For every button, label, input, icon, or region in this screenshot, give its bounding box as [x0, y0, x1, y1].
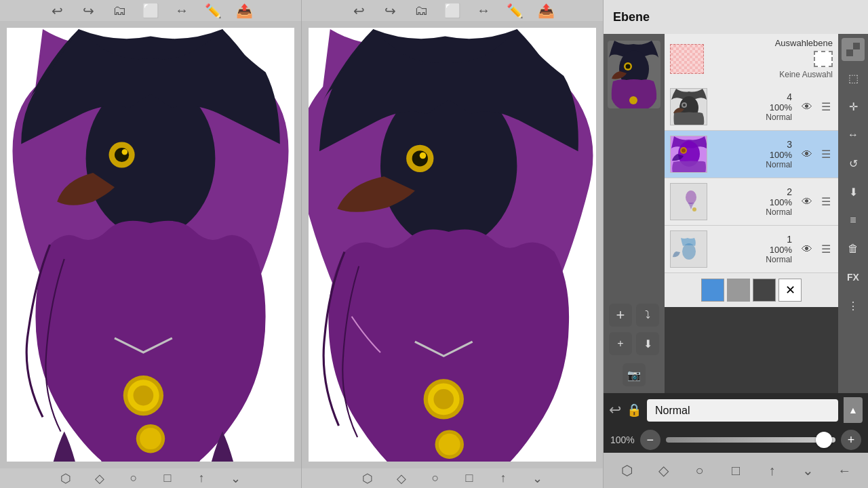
redo-button[interactable]: ↪ — [79, 1, 98, 20]
more-icon[interactable]: ⋮ — [842, 294, 865, 317]
layer-1-menu[interactable]: ☰ — [819, 243, 833, 256]
layer-3-image — [671, 136, 707, 173]
paint-icon[interactable]: ◇ — [90, 469, 109, 488]
checkerboard-icon[interactable] — [842, 38, 865, 61]
circle-mid-icon[interactable]: ○ — [426, 469, 445, 488]
down-arrow-icon[interactable]: ⬇ — [842, 180, 865, 203]
flip-icon[interactable]: ↔ — [842, 123, 865, 146]
opacity-minus-button[interactable]: − — [640, 430, 660, 450]
undo-mid-button[interactable]: ↩ — [349, 1, 368, 20]
layer-1-opacity: 100% — [770, 245, 792, 255]
auswahlebene-label: Auswahlebene — [709, 38, 833, 48]
left-toolbar: ↩ ↪ 🗂 ⬜ ↔ ✏️ 📤 — [0, 0, 301, 21]
paint-mid-icon[interactable]: ◇ — [392, 469, 411, 488]
back-arrow-icon[interactable]: ↩ — [609, 401, 621, 419]
lock-icon[interactable]: 🔒 — [627, 403, 642, 418]
keine-auswahl-label: Keine Auswahl — [709, 70, 833, 79]
svg-point-14 — [420, 152, 427, 159]
swatch-blue[interactable] — [701, 279, 724, 302]
lasso-mid-icon[interactable]: ⬡ — [358, 469, 377, 488]
middle-toolbar: ↩ ↪ 🗂 ⬜ ↔ ✏️ 📤 — [302, 0, 603, 21]
redo-mid-button[interactable]: ↪ — [380, 1, 399, 20]
brush-button[interactable]: ✏️ — [203, 1, 222, 20]
trash-icon[interactable]: 🗑 — [842, 237, 865, 260]
transform-icon[interactable]: ⬚ — [842, 66, 865, 89]
layer-3-mode: Normal — [766, 160, 792, 169]
middle-canvas[interactable] — [309, 28, 596, 462]
undo-button[interactable]: ↩ — [47, 1, 66, 20]
layer-4-menu[interactable]: ☰ — [819, 100, 833, 113]
circle-bottom-icon[interactable]: ○ — [688, 459, 711, 482]
camera-button[interactable]: 📷 — [623, 363, 646, 386]
layer-3-info: 3 100% Normal — [711, 139, 795, 169]
left-canvas[interactable] — [7, 28, 294, 462]
rect-icon[interactable]: □ — [158, 469, 177, 488]
layer-2-opacity: 100% — [770, 197, 792, 207]
layer-1[interactable]: 1 100% Normal 👁 ☰ — [665, 226, 838, 273]
menu-mid-icon[interactable]: ⌄ — [528, 469, 547, 488]
layer-3-menu[interactable]: ☰ — [819, 148, 833, 161]
layer-2-number: 2 — [787, 186, 792, 197]
opacity-plus-button[interactable]: + — [841, 430, 861, 450]
swatch-dark[interactable] — [753, 279, 776, 302]
opacity-slider[interactable] — [666, 437, 835, 443]
transform-button[interactable]: ↔ — [172, 1, 191, 20]
layer-2-menu[interactable]: ☰ — [819, 195, 833, 208]
svg-point-19 — [439, 434, 460, 455]
swatch-clear[interactable] — [778, 279, 802, 302]
rect-mid-icon[interactable]: □ — [460, 469, 479, 488]
layer-2-info: 2 100% Normal — [711, 186, 795, 217]
lasso-icon[interactable]: ⬡ — [56, 469, 75, 488]
svg-point-32 — [682, 148, 686, 152]
crop-button[interactable]: ⬜ — [141, 1, 160, 20]
paint-bottom-icon[interactable]: ◇ — [652, 459, 675, 482]
lines-icon[interactable]: ≡ — [842, 209, 865, 232]
layer-3-visibility[interactable]: 👁 — [799, 146, 815, 163]
brush-mid-button[interactable]: ✏️ — [505, 1, 524, 20]
add-layer-button[interactable]: + — [609, 304, 632, 327]
circle-icon[interactable]: ○ — [124, 469, 143, 488]
svg-point-35 — [692, 207, 696, 211]
add-mask-button[interactable]: + — [609, 332, 632, 355]
layers-button[interactable]: 🗂 — [110, 1, 129, 20]
merge-layers-button[interactable]: ⤵ — [636, 304, 659, 327]
layers-right-icons: ⬚ ✛ ↔ ↺ ⬇ ≡ 🗑 FX ⋮ — [838, 34, 868, 393]
middle-panel: ↩ ↪ 🗂 ⬜ ↔ ✏️ 📤 — [302, 0, 604, 488]
layer-4-visibility[interactable]: 👁 — [799, 99, 815, 115]
square-bottom-icon[interactable]: □ — [724, 459, 747, 482]
layer-2-visibility[interactable]: 👁 — [799, 194, 815, 210]
svg-point-23 — [626, 64, 631, 69]
layer-1-visibility[interactable]: 👁 — [799, 241, 815, 258]
fx-label[interactable]: FX — [842, 266, 865, 289]
transform-mid-button[interactable]: ↔ — [474, 1, 493, 20]
swatch-gray[interactable] — [727, 279, 750, 302]
rotate-icon[interactable]: ↺ — [842, 152, 865, 175]
layer-4-number: 4 — [787, 92, 792, 102]
menu-icon[interactable]: ⌄ — [226, 469, 245, 488]
export-button[interactable]: 📤 — [235, 1, 254, 20]
blend-dropdown-arrow[interactable]: ▲ — [844, 397, 863, 423]
lasso-bottom-icon[interactable]: ⬡ — [616, 459, 639, 482]
layers-mid-button[interactable]: 🗂 — [412, 1, 431, 20]
layer-2[interactable]: 2 100% Normal 👁 ☰ — [665, 178, 838, 226]
export-mid-button[interactable]: 📤 — [536, 1, 555, 20]
middle-canvas-area — [302, 21, 603, 468]
layers-title: Ebene — [613, 10, 650, 24]
layer-4[interactable]: 4 100% Normal 👁 ☰ — [665, 83, 838, 131]
layer-3[interactable]: 3 100% Normal 👁 ☰ — [665, 131, 838, 178]
opacity-slider-handle[interactable] — [816, 432, 832, 448]
adjust-button[interactable]: ⬇ — [636, 332, 659, 355]
crop-mid-button[interactable]: ⬜ — [443, 1, 462, 20]
svg-point-4 — [122, 149, 127, 155]
layers-bottom-toolbar: ⬡ ◇ ○ □ ↑ ⌄ ← — [604, 453, 868, 488]
layers-panel: Ebene + ⤵ — [604, 0, 868, 488]
arrow-mid-icon[interactable]: ↑ — [494, 469, 513, 488]
arrow-up-bottom-icon[interactable]: ↑ — [760, 459, 783, 482]
back-bottom-icon[interactable]: ← — [833, 459, 856, 482]
move-icon[interactable]: ✛ — [842, 95, 865, 118]
arrow-icon[interactable]: ↑ — [192, 469, 211, 488]
selection-layer[interactable]: Auswahlebene Keine Auswahl — [665, 34, 838, 83]
opacity-bar: 100% − + — [604, 427, 868, 453]
chevron-bottom-icon[interactable]: ⌄ — [797, 459, 820, 482]
blend-mode-select[interactable]: Normal Multiply Screen Overlay — [647, 399, 838, 422]
